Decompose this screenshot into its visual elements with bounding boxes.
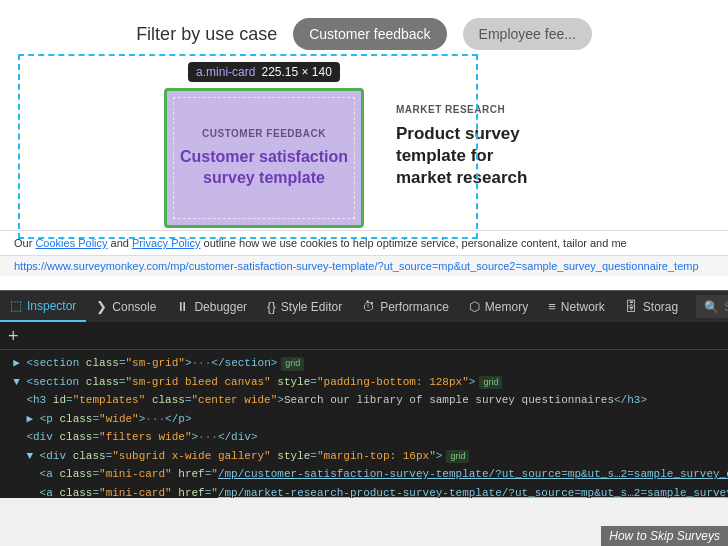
html-line: ▼ <section class="sm-grid bleed canvas" … <box>0 373 728 392</box>
network-label: Network <box>561 300 605 314</box>
right-card-title: Product survey template for market resea… <box>396 123 552 189</box>
customer-feedback-btn[interactable]: Customer feedback <box>293 18 446 50</box>
console-label: Console <box>112 300 156 314</box>
browser-content: Filter by use case Customer feedback Emp… <box>0 0 728 290</box>
network-icon: ≡ <box>548 299 556 314</box>
filter-title: Filter by use case <box>136 24 277 45</box>
filter-section: Filter by use case Customer feedback Emp… <box>0 0 728 60</box>
debugger-label: Debugger <box>194 300 247 314</box>
tab-memory[interactable]: ⬡ Memory <box>459 291 538 322</box>
tab-network[interactable]: ≡ Network <box>538 291 615 322</box>
tab-debugger[interactable]: ⏸ Debugger <box>166 291 257 322</box>
tab-storage[interactable]: 🗄 Storag <box>615 291 688 322</box>
html-line: <h3 id="templates" class="center wide"> … <box>0 391 728 410</box>
tab-inspector[interactable]: ⬚ Inspector <box>0 291 86 322</box>
card-tooltip: a.mini-card 225.15 × 140 <box>188 62 340 82</box>
add-button[interactable]: + <box>8 327 19 345</box>
right-card-category: MARKET RESEARCH <box>396 104 505 115</box>
search-box[interactable]: 🔍 <box>696 295 728 318</box>
right-card[interactable]: MARKET RESEARCH Product survey template … <box>384 90 564 230</box>
privacy-policy-link[interactable]: Privacy Policy <box>132 237 200 249</box>
cookies-policy-link[interactable]: Cookies Policy <box>35 237 107 249</box>
tooltip-class: a.mini-card <box>196 65 255 79</box>
html-line: <a class="mini-card" href=" /mp/market-r… <box>0 484 728 499</box>
html-line: <a class="mini-card" href=" /mp/customer… <box>0 465 728 484</box>
employee-feedback-btn[interactable]: Employee fee... <box>463 18 592 50</box>
memory-icon: ⬡ <box>469 299 480 314</box>
tooltip-dims: 225.15 × 140 <box>261 65 331 79</box>
url-bar: https://www.surveymonkey.com/mp/customer… <box>0 255 728 276</box>
memory-label: Memory <box>485 300 528 314</box>
html-line: ▶ <section class="sm-grid"> ··· </sectio… <box>0 354 728 373</box>
inspector-icon: ⬚ <box>10 298 22 313</box>
tab-performance[interactable]: ⏱ Performance <box>352 291 459 322</box>
watermark: How to Skip Surveys <box>601 526 728 546</box>
performance-icon: ⏱ <box>362 299 375 314</box>
card-title: Customer satisfaction survey template <box>177 147 351 189</box>
card-category: CUSTOMER FEEDBACK <box>202 128 326 139</box>
search-icon: 🔍 <box>704 300 719 314</box>
tab-style-editor[interactable]: {} Style Editor <box>257 291 352 322</box>
tab-console[interactable]: ❯ Console <box>86 291 166 322</box>
performance-label: Performance <box>380 300 449 314</box>
storage-label: Storag <box>643 300 678 314</box>
debugger-icon: ⏸ <box>176 299 189 314</box>
selected-card[interactable]: CUSTOMER FEEDBACK Customer satisfaction … <box>164 88 364 228</box>
html-line: <div class="filters wide"> ··· </div> <box>0 428 728 447</box>
devtools-secondary: + <box>0 322 728 350</box>
search-input[interactable] <box>724 300 728 314</box>
html-line: ▼ <div class="subgrid x-wide gallery" st… <box>0 447 728 466</box>
console-icon: ❯ <box>96 299 107 314</box>
html-line: ▶ <p class="wide"> ··· </p> <box>0 410 728 429</box>
inspector-label: Inspector <box>27 299 76 313</box>
storage-icon: 🗄 <box>625 299 638 314</box>
cookie-bar: Our Cookies Policy and Privacy Policy ou… <box>0 230 728 255</box>
style-editor-label: Style Editor <box>281 300 342 314</box>
left-card-wrapper: a.mini-card 225.15 × 140 CUSTOMER FEEDBA… <box>164 62 364 228</box>
html-source[interactable]: ▶ <section class="sm-grid"> ··· </sectio… <box>0 350 728 498</box>
style-editor-icon: {} <box>267 299 276 314</box>
devtools-toolbar: ⬚ Inspector ❯ Console ⏸ Debugger {} Styl… <box>0 290 728 322</box>
